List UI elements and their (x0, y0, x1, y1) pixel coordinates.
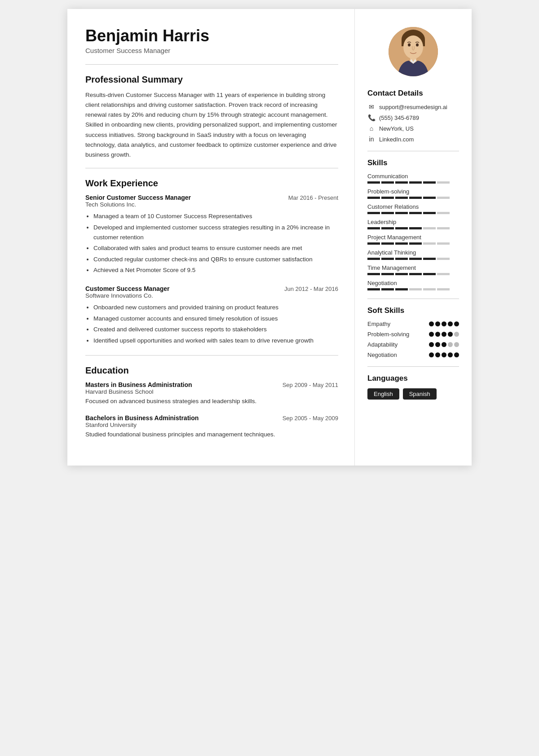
skill-segment (409, 212, 422, 214)
skill-bar (367, 242, 459, 245)
linkedin-icon: in (367, 136, 376, 143)
skill-name: Communication (367, 173, 459, 180)
skill-segment (395, 181, 408, 184)
soft-skill-name: Problem-solving (367, 331, 409, 338)
soft-skill-dot (454, 332, 459, 337)
skill-segment (395, 197, 408, 199)
skill-name: Time Management (367, 264, 459, 271)
skill-segment (437, 227, 450, 229)
edu-degree: Bachelors in Business Administration (85, 414, 199, 422)
soft-skill-dot (435, 352, 440, 357)
work-bullet: Developed and implemented customer succe… (93, 223, 338, 242)
work-bullet: Conducted regular customer check-ins and… (93, 255, 338, 264)
svg-point-6 (416, 44, 419, 47)
skill-segment (395, 212, 408, 214)
languages-list: EnglishSpanish (367, 388, 459, 400)
edu-school: Stanford University (85, 422, 338, 428)
skill-segment (367, 258, 380, 260)
work-entry: Senior Customer Success ManagerMar 2016 … (85, 194, 338, 275)
skill-segment (381, 242, 394, 245)
soft-skill-dot (454, 321, 459, 326)
skill-segment (395, 288, 408, 290)
soft-skill-dot (448, 342, 453, 347)
work-divider (85, 355, 338, 356)
skill-segment (437, 288, 450, 290)
soft-skill-dot (442, 321, 446, 326)
language-tag: English (367, 388, 399, 400)
soft-skill-name: Adaptability (367, 341, 398, 348)
soft-skills-title: Soft Skills (367, 306, 459, 315)
skill-segment (423, 273, 436, 275)
skill-segment (423, 288, 436, 290)
skill-segment (423, 242, 436, 245)
skill-segment (409, 181, 422, 184)
skill-segment (395, 227, 408, 229)
skill-bar (367, 197, 459, 199)
edu-desc: Focused on advanced business strategies … (85, 397, 338, 406)
avatar (389, 27, 438, 76)
skills-soft-divider (367, 299, 459, 299)
skill-segment (367, 273, 380, 275)
phone-icon: 📞 (367, 114, 376, 121)
skill-name: Project Management (367, 234, 459, 241)
header-divider (85, 64, 338, 65)
skill-bar (367, 288, 459, 290)
work-job-title: Customer Success Manager (85, 285, 170, 292)
soft-skill-dot (429, 321, 434, 326)
soft-skill-item: Empathy (367, 321, 459, 327)
soft-skill-dots (429, 332, 459, 337)
work-bullet: Created and delivered customer success r… (93, 325, 338, 334)
work-bullet: Achieved a Net Promoter Score of 9.5 (93, 265, 338, 275)
skill-segment (423, 212, 436, 214)
skill-segment (395, 258, 408, 260)
soft-skill-dot (429, 332, 434, 337)
avatar-image (389, 27, 438, 76)
soft-skill-dots (429, 321, 459, 326)
skill-segment (423, 197, 436, 199)
candidate-name: Benjamin Harris (85, 27, 338, 45)
skill-segment (381, 197, 394, 199)
skill-segment (395, 242, 408, 245)
soft-skill-name: Empathy (367, 321, 390, 327)
contact-skills-divider (367, 151, 459, 151)
contact-location: ⌂ NewYork, US (367, 125, 459, 132)
work-bullet: Collaborated with sales and product team… (93, 243, 338, 253)
work-date: Jun 2012 - Mar 2016 (284, 286, 338, 292)
skill-bar (367, 258, 459, 260)
soft-lang-divider (367, 366, 459, 367)
contact-linkedin: in LinkedIn.com (367, 136, 459, 143)
skill-segment (437, 242, 450, 245)
skill-segment (409, 227, 422, 229)
work-bullet: Identified upsell opportunities and work… (93, 336, 338, 346)
skill-bar (367, 227, 459, 229)
skill-segment (437, 212, 450, 214)
skill-item: Project Management (367, 234, 459, 245)
skill-name: Customer Relations (367, 203, 459, 210)
skill-segment (367, 227, 380, 229)
soft-skill-dot (442, 352, 446, 357)
edu-entry: Masters in Business AdministrationSep 20… (85, 381, 338, 406)
work-bullet: Onboarded new customers and provided tra… (93, 303, 338, 312)
edu-desc: Studied foundational business principles… (85, 430, 338, 440)
skill-segment (437, 181, 450, 184)
soft-skill-dot (429, 342, 434, 347)
contact-email: ✉ support@resumedesign.ai (367, 103, 459, 110)
skill-segment (423, 227, 436, 229)
edu-date: Sep 2009 - May 2011 (283, 382, 338, 388)
skill-item: Time Management (367, 264, 459, 275)
skill-name: Leadership (367, 219, 459, 225)
contact-title: Contact Details (367, 89, 459, 98)
svg-point-4 (403, 35, 423, 59)
work-experience-title: Work Experience (85, 178, 338, 189)
contact-phone: 📞 (555) 345-6789 (367, 114, 459, 121)
soft-skill-item: Problem-solving (367, 331, 459, 338)
soft-skill-dot (454, 352, 459, 357)
skill-segment (367, 242, 380, 245)
avatar-wrapper (367, 27, 459, 76)
skills-title: Skills (367, 158, 459, 167)
summary-title: Professional Summary (85, 75, 338, 85)
soft-skill-dot (429, 352, 434, 357)
work-experience-list: Senior Customer Success ManagerMar 2016 … (85, 194, 338, 345)
skill-item: Communication (367, 173, 459, 184)
soft-skill-dot (435, 321, 440, 326)
